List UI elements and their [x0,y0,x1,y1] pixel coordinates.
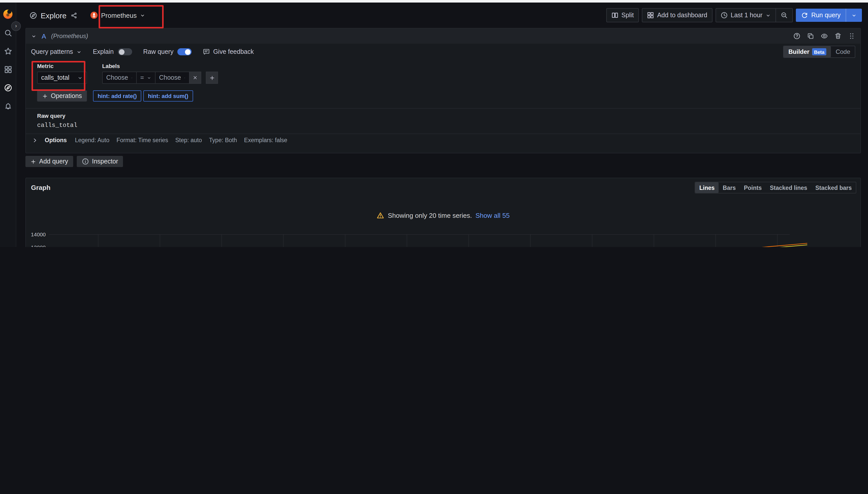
run-query-split-button: Run query [796,8,862,22]
options-summary-item: Step: auto [175,137,202,143]
label-key-select[interactable]: Choose [102,72,136,84]
series-limit-warning: Showing only 20 time series. Show all 55 [26,212,861,219]
time-range-label: Last 1 hour [731,12,762,19]
help-circle-icon[interactable] [793,33,800,40]
raw-query-value: calls_total [37,122,849,129]
operations-label: Operations [51,92,82,99]
apps-icon[interactable] [4,65,12,74]
add-to-dashboard-label: Add to dashboard [657,12,707,19]
graph-mode-lines[interactable]: Lines [695,182,719,193]
code-mode-tab[interactable]: Code [831,46,855,57]
labels-label: Labels [102,63,218,69]
grafana-explore-page: › Explore Promet [0,0,868,247]
inspector-label: Inspector [92,158,118,165]
chevron-down-icon [77,75,83,80]
collapse-chevron-icon[interactable] [31,33,37,39]
explore-compass-icon [30,12,37,19]
give-feedback-label: Give feedback [213,48,254,55]
time-series-chart[interactable]: 0200040006000800010000120001400023:2523:… [30,228,857,247]
svg-text:12000: 12000 [31,245,46,247]
search-icon[interactable] [4,29,12,37]
zoom-out-time-button[interactable] [776,8,793,22]
datasource-name: Prometheus [101,12,137,19]
info-circle-icon [82,158,89,165]
label-operator-select[interactable]: = [136,72,155,84]
options-summary-item: Type: Both [209,137,237,143]
query-hint-button-0[interactable]: hint: add rate() [93,90,141,101]
dashboard-grid-icon [647,12,654,19]
bell-icon[interactable] [4,102,12,110]
zoom-out-icon [781,12,788,19]
svg-text:14000: 14000 [31,231,46,238]
options-summary-item: Legend: Auto [75,137,109,143]
query-patterns-dropdown[interactable]: Query patterns [31,48,82,55]
graph-mode-stacked-bars[interactable]: Stacked bars [811,182,856,193]
chevron-down-icon [184,75,185,80]
remove-label-filter-button[interactable] [189,72,201,84]
eye-icon[interactable] [821,33,828,40]
sidebar-expand-button[interactable]: › [11,21,21,31]
show-all-series-link[interactable]: Show all 55 [475,212,509,219]
time-range-picker[interactable]: Last 1 hour [716,8,776,22]
explain-toggle[interactable] [117,48,132,55]
series-line [216,243,807,247]
grafana-logo-icon[interactable] [2,8,13,19]
add-query-label: Add query [39,158,68,165]
query-row-header[interactable]: A (Prometheus) [26,28,861,44]
options-row[interactable]: Options Legend: AutoFormat: Time seriesS… [26,134,861,146]
plus-icon [209,75,215,80]
topbar-right: Split Add to dashboard Last 1 hour [606,8,862,22]
query-row-actions [793,33,855,40]
options-summary-item: Exemplars: false [244,137,287,143]
add-query-button[interactable]: Add query [25,156,73,167]
run-query-button[interactable]: Run query [796,8,846,22]
hint-buttons: hint: add rate()hint: add sum() [91,90,193,101]
add-operation-button[interactable]: Operations [37,90,87,101]
query-hint-button-1[interactable]: hint: add sum() [143,90,193,101]
time-range-group: Last 1 hour [716,8,793,22]
graph-mode-points[interactable]: Points [740,182,765,193]
star-icon[interactable] [4,47,12,55]
compass-icon[interactable] [4,84,12,92]
builder-mode-tab[interactable]: Builder Beta [784,46,831,57]
label-operator-value: = [140,74,144,81]
sidebar: › [0,2,16,247]
query-editor-panel: A (Prometheus) Query patterns Explain [25,28,861,153]
prometheus-logo-icon [90,11,98,19]
trash-icon[interactable] [834,33,842,40]
add-label-filter-button[interactable] [206,72,218,84]
warning-text: Showing only 20 time series. [388,212,472,219]
metric-select[interactable]: calls_total [37,72,87,84]
split-button[interactable]: Split [606,8,639,22]
label-value-placeholder: Choose [159,74,181,81]
options-label: Options [45,137,67,143]
chevron-down-icon [140,13,145,18]
run-query-interval-dropdown[interactable] [846,8,862,22]
label-key-placeholder: Choose [106,74,128,81]
query-toolbar: Query patterns Explain Raw query Give fe… [26,44,861,59]
page-title: Explore [41,11,67,20]
raw-query-toggle[interactable] [178,48,192,55]
metric-value: calls_total [41,74,69,81]
series-line [216,245,807,247]
graph-mode-stacked-lines[interactable]: Stacked lines [766,182,811,193]
chevron-down-icon [851,13,857,18]
share-icon[interactable] [71,12,78,19]
metric-field: Metric calls_total [37,63,87,84]
graph-mode-bars[interactable]: Bars [719,182,740,193]
refresh-icon [801,12,808,19]
inspector-button[interactable]: Inspector [77,156,123,167]
copy-icon[interactable] [807,33,814,40]
options-summary: Legend: AutoFormat: Time seriesStep: aut… [75,137,287,143]
datasource-picker[interactable]: Prometheus [86,9,149,21]
give-feedback-button[interactable]: Give feedback [203,48,254,55]
chevron-down-icon [131,75,133,80]
split-icon [611,12,618,19]
builder-label: Builder [789,48,810,55]
add-to-dashboard-button[interactable]: Add to dashboard [642,8,712,22]
run-query-label: Run query [811,12,840,19]
content: A (Prometheus) Query patterns Explain [25,28,861,247]
chevron-down-icon [76,49,82,55]
label-value-select[interactable]: Choose [155,72,189,84]
drag-handle-icon[interactable] [848,33,855,40]
